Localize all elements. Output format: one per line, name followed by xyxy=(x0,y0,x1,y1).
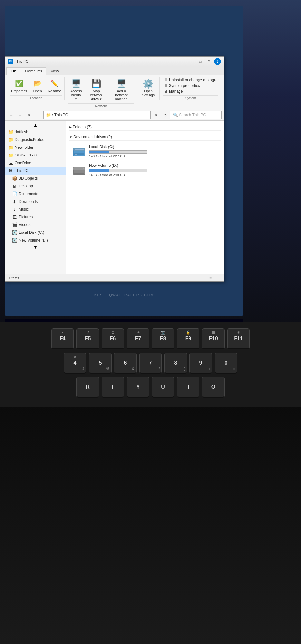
sidebar-label-documents: Documents xyxy=(19,192,38,196)
svg-rect-7 xyxy=(74,173,84,174)
key-6[interactable]: 6 & xyxy=(114,353,137,374)
sidebar-item-pictures[interactable]: 🖼 Pictures xyxy=(5,213,66,221)
key-y[interactable]: Y xyxy=(127,377,149,398)
drive-d-info: New Volume (D:) 161 GB free of 248 GB xyxy=(89,163,217,177)
open-settings-button[interactable]: ⚙️ OpenSettings xyxy=(140,77,157,99)
network-group-label: Network xyxy=(68,103,134,108)
sidebar-item-new-folder[interactable]: 📁 New folder xyxy=(5,144,66,151)
search-box[interactable]: 🔍 Search This PC xyxy=(170,111,222,119)
drive-d-icon xyxy=(73,164,86,176)
sidebar-item-music[interactable]: ♪ Music xyxy=(5,205,66,213)
rename-button[interactable]: ✏️ Rename xyxy=(45,77,63,95)
drive-d-bar-fill xyxy=(89,169,109,172)
scroll-up-button[interactable]: ▲ xyxy=(5,122,66,128)
key-9[interactable]: 9 ) xyxy=(189,353,212,374)
address-path-field[interactable]: 📁 › This PC xyxy=(43,111,151,119)
sidebar-item-datflash[interactable]: 📁 datflash xyxy=(5,128,66,136)
scroll-down-button[interactable]: ▼ xyxy=(5,244,66,250)
folders-chevron-icon: ▶ xyxy=(69,125,72,129)
key-f6[interactable]: ⊡ F6 xyxy=(102,328,124,349)
key-5[interactable]: 5 % xyxy=(89,353,112,374)
open-button[interactable]: 📂 Open xyxy=(30,77,45,95)
ribbon-group-network: 🖥️ Accessmedia ▾ 💾 Map networkdrive ▾ 🖥️… xyxy=(65,77,137,108)
drive-c-bar-fill xyxy=(89,151,109,153)
downloads-icon: ⬇ xyxy=(12,199,17,204)
drive-c-free-label: 149 GB free of 227 GB xyxy=(89,154,217,158)
key-r[interactable]: R xyxy=(76,377,99,398)
folders-section-header[interactable]: ▶ Folders (7) xyxy=(69,123,221,131)
tab-file[interactable]: File xyxy=(6,67,21,75)
properties-icon: ✅ xyxy=(14,78,24,89)
tab-computer[interactable]: Computer xyxy=(21,67,46,75)
sidebar-label-datflash: datflash xyxy=(15,130,28,134)
title-bar: 🖥 This PC ─ □ ✕ ? xyxy=(5,57,224,66)
maximize-button[interactable]: □ xyxy=(197,58,204,65)
key-f5[interactable]: ↺ F5 xyxy=(76,328,99,349)
sidebar-item-new-volume-d[interactable]: 💽 New Volume (D:) xyxy=(5,236,66,244)
access-media-button[interactable]: 🖥️ Accessmedia ▾ xyxy=(68,77,84,103)
sidebar-item-this-pc[interactable]: 🖥 This PC xyxy=(5,167,66,175)
videos-icon: 🎬 xyxy=(12,222,17,228)
details-view-button[interactable]: ≡ xyxy=(208,275,213,281)
refresh-button[interactable]: ↺ xyxy=(161,111,169,119)
sidebar-item-videos[interactable]: 🎬 Videos xyxy=(5,221,66,229)
address-path-text: This PC xyxy=(54,113,68,117)
settings-icon: ⚙️ xyxy=(143,78,153,89)
svg-rect-3 xyxy=(75,149,84,150)
folder-icon: 📁 xyxy=(8,152,14,158)
drives-section-header[interactable]: ▼ Devices and drives (2) xyxy=(69,133,221,141)
key-o[interactable]: O xyxy=(202,377,225,398)
map-network-drive-button[interactable]: 💾 Map networkdrive ▾ xyxy=(85,77,108,103)
sidebar-item-downloads[interactable]: ⬇ Downloads xyxy=(5,198,66,205)
address-dropdown-button[interactable]: ▾ xyxy=(152,111,160,119)
key-4[interactable]: a 4 $ xyxy=(64,353,86,374)
tiles-view-button[interactable]: ⊞ xyxy=(215,275,221,281)
key-f8[interactable]: 📷 F8 xyxy=(152,328,174,349)
sidebar-item-onedrive[interactable]: ☁ OneDrive xyxy=(5,159,66,167)
key-7[interactable]: 7 / xyxy=(139,353,162,374)
items-count-label: 9 items xyxy=(8,276,19,280)
add-network-location-button[interactable]: 🖥️ Add a networklocation xyxy=(109,77,134,102)
key-t[interactable]: T xyxy=(102,377,124,398)
drive-item-c[interactable]: Local Disk (C:) 149 GB free of 227 GB xyxy=(72,143,218,159)
back-button[interactable]: ← xyxy=(7,111,15,119)
tab-view[interactable]: View xyxy=(46,67,63,75)
sidebar-item-desktop[interactable]: 🖥 Desktop xyxy=(5,182,66,190)
number-key-row: a 4 $ 5 % 6 & 7 / 8 ( 9 ) 0 = xyxy=(3,353,298,374)
key-u[interactable]: U xyxy=(152,377,174,398)
help-button[interactable]: ? xyxy=(214,58,221,65)
3d-objects-icon: 📦 xyxy=(12,175,17,181)
ribbon: File Computer View ✅ Properties 📂 Open xyxy=(5,66,224,109)
music-icon: ♪ xyxy=(12,206,17,212)
sidebar-label-pictures: Pictures xyxy=(19,215,33,219)
system-properties-button[interactable]: 🖥 System properties xyxy=(163,83,222,88)
sidebar-item-diagnosticprotoc[interactable]: 📁 DiagnosticProtoc xyxy=(5,136,66,144)
sidebar-item-local-disk-c[interactable]: 💽 Local Disk (C:) xyxy=(5,229,66,236)
key-f10[interactable]: ⊞ F10 xyxy=(202,328,225,349)
key-f7[interactable]: ✈ F7 xyxy=(127,328,149,349)
key-i[interactable]: I xyxy=(177,377,199,398)
sidebar-item-odis[interactable]: 📁 ODIS-E 17.0.1 xyxy=(5,151,66,159)
minimize-button[interactable]: ─ xyxy=(188,58,196,65)
up-button[interactable]: ↑ xyxy=(34,111,42,119)
svg-point-8 xyxy=(83,168,84,169)
recent-locations-button[interactable]: ▾ xyxy=(25,111,33,119)
properties-button[interactable]: ✅ Properties xyxy=(9,77,29,95)
drive-d-name: New Volume (D:) xyxy=(89,163,217,168)
sidebar-item-documents[interactable]: 📄 Documents xyxy=(5,190,66,198)
forward-button[interactable]: → xyxy=(16,111,24,119)
sidebar-item-3d-objects[interactable]: 📦 3D Objects xyxy=(5,175,66,182)
key-8[interactable]: 8 ( xyxy=(164,353,187,374)
key-f4[interactable]: × F4 xyxy=(51,328,74,349)
uninstall-programs-button[interactable]: 🖥 Uninstall or change a program xyxy=(163,77,222,82)
sidebar-label-this-pc: This PC xyxy=(15,168,29,173)
key-f9[interactable]: 🔒 F9 xyxy=(177,328,199,349)
folder-icon: 📁 xyxy=(8,145,14,150)
close-button[interactable]: ✕ xyxy=(205,58,213,65)
manage-button[interactable]: 🖥 Manage xyxy=(163,89,222,94)
drive-item-d[interactable]: New Volume (D:) 161 GB free of 248 GB xyxy=(72,162,218,178)
drives-grid: Local Disk (C:) 149 GB free of 227 GB xyxy=(69,142,221,179)
system-group-label: System xyxy=(163,95,218,100)
key-0[interactable]: 0 = xyxy=(215,353,237,374)
key-f11[interactable]: ☀ F11 xyxy=(227,328,250,349)
